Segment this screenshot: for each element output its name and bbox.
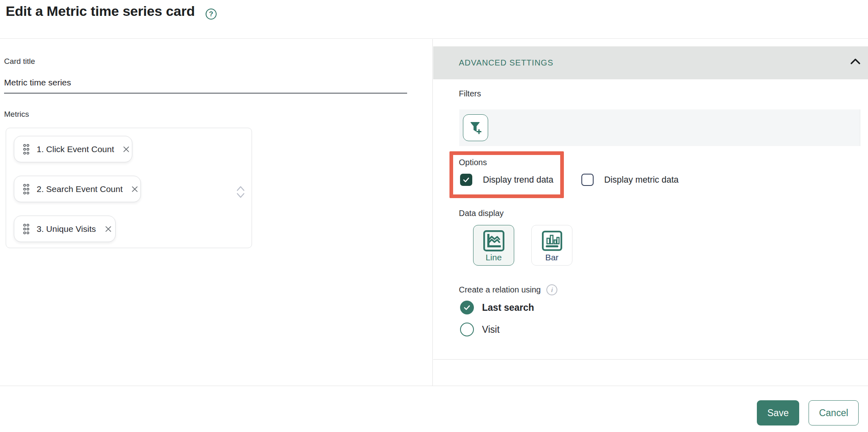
display-metric-data-checkbox[interactable]	[581, 174, 594, 186]
help-icon[interactable]: ?	[206, 9, 217, 20]
last-search-radio[interactable]	[460, 301, 474, 314]
advanced-settings-header[interactable]: ADVANCED SETTINGS	[433, 46, 868, 79]
main-area: Card title Metrics 1. Click Event Count	[0, 39, 868, 386]
funnel-plus-icon	[469, 121, 482, 135]
drag-handle-icon[interactable]	[23, 144, 30, 155]
options-label: Options	[459, 158, 487, 167]
metric-chip-label: 3. Unique Visits	[37, 224, 96, 234]
last-search-label: Last search	[482, 302, 534, 313]
advanced-settings-title: ADVANCED SETTINGS	[459, 58, 553, 68]
last-search-option: Last search	[460, 301, 534, 314]
metrics-label: Metrics	[4, 110, 29, 119]
metric-chip-label: 2. Search Event Count	[37, 184, 123, 194]
line-display-label: Line	[486, 253, 502, 262]
footer-bar: Save Cancel	[0, 386, 868, 432]
bar-display-button[interactable]: Bar	[531, 225, 572, 266]
panel-divider	[433, 359, 868, 360]
visit-option: Visit	[460, 323, 500, 336]
data-display-label: Data display	[459, 209, 504, 218]
display-trend-data-option: Display trend data	[460, 174, 553, 186]
remove-metric-icon[interactable]	[130, 185, 139, 194]
visit-label: Visit	[482, 324, 500, 335]
card-title-label: Card title	[4, 57, 35, 66]
advanced-settings-panel: ADVANCED SETTINGS Filters Options	[433, 39, 868, 386]
drag-handle-icon[interactable]	[23, 183, 30, 195]
metric-chip[interactable]: 1. Click Event Count	[14, 136, 132, 162]
line-chart-icon	[482, 229, 506, 253]
display-trend-data-checkbox[interactable]	[460, 174, 472, 186]
visit-radio[interactable]	[460, 323, 474, 336]
remove-metric-icon[interactable]	[122, 145, 131, 154]
cancel-button[interactable]: Cancel	[809, 400, 859, 425]
chevron-up-icon[interactable]	[850, 58, 861, 65]
bar-chart-icon	[540, 229, 564, 253]
add-filter-button[interactable]	[463, 114, 488, 141]
card-title-input[interactable]	[4, 72, 407, 94]
card-settings-panel: Card title Metrics 1. Click Event Count	[0, 39, 433, 386]
filters-label: Filters	[459, 89, 481, 98]
remove-metric-icon[interactable]	[104, 225, 113, 233]
line-display-button[interactable]: Line	[473, 225, 514, 266]
page-header: Edit a Metric time series card ?	[0, 0, 868, 39]
drag-handle-icon[interactable]	[23, 223, 30, 235]
relation-label-row: Create a relation using i	[459, 284, 557, 295]
info-icon[interactable]: i	[546, 284, 557, 295]
metrics-container: 1. Click Event Count	[6, 128, 252, 248]
metric-chip[interactable]: 2. Search Event Count	[14, 176, 141, 202]
reorder-chevron-up-down-icon[interactable]	[235, 184, 246, 200]
save-button[interactable]: Save	[757, 400, 799, 425]
create-relation-label: Create a relation using	[459, 285, 541, 295]
filters-strip	[459, 109, 860, 146]
page-title: Edit a Metric time series card	[6, 3, 195, 19]
metric-chip-label: 1. Click Event Count	[37, 144, 114, 154]
bar-display-label: Bar	[545, 253, 559, 262]
display-metric-data-label: Display metric data	[604, 175, 679, 185]
display-metric-data-option: Display metric data	[581, 174, 679, 186]
display-trend-data-label: Display trend data	[483, 175, 553, 185]
metric-chip[interactable]: 3. Unique Visits	[14, 216, 116, 242]
